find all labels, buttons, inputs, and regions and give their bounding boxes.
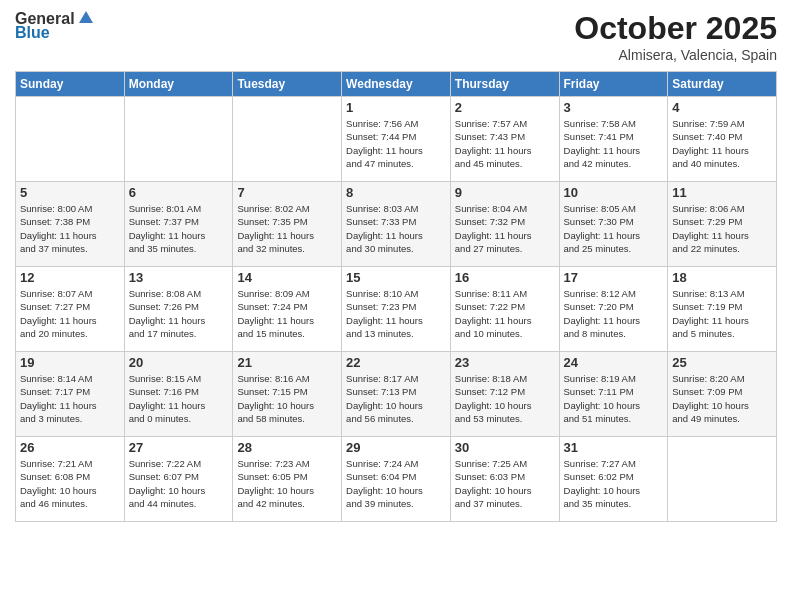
- day-number: 6: [129, 185, 229, 200]
- day-number: 2: [455, 100, 555, 115]
- table-row: 25Sunrise: 8:20 AMSunset: 7:09 PMDayligh…: [668, 352, 777, 437]
- weekday-header-row: Sunday Monday Tuesday Wednesday Thursday…: [16, 72, 777, 97]
- table-row: 2Sunrise: 7:57 AMSunset: 7:43 PMDaylight…: [450, 97, 559, 182]
- table-row: 4Sunrise: 7:59 AMSunset: 7:40 PMDaylight…: [668, 97, 777, 182]
- day-number: 29: [346, 440, 446, 455]
- week-row-1: 1Sunrise: 7:56 AMSunset: 7:44 PMDaylight…: [16, 97, 777, 182]
- table-row: [233, 97, 342, 182]
- day-number: 9: [455, 185, 555, 200]
- day-info: Sunrise: 7:25 AMSunset: 6:03 PMDaylight:…: [455, 457, 555, 510]
- table-row: 24Sunrise: 8:19 AMSunset: 7:11 PMDayligh…: [559, 352, 668, 437]
- table-row: 1Sunrise: 7:56 AMSunset: 7:44 PMDaylight…: [342, 97, 451, 182]
- table-row: 20Sunrise: 8:15 AMSunset: 7:16 PMDayligh…: [124, 352, 233, 437]
- table-row: 27Sunrise: 7:22 AMSunset: 6:07 PMDayligh…: [124, 437, 233, 522]
- table-row: 30Sunrise: 7:25 AMSunset: 6:03 PMDayligh…: [450, 437, 559, 522]
- month-title: October 2025: [574, 10, 777, 47]
- day-info: Sunrise: 7:59 AMSunset: 7:40 PMDaylight:…: [672, 117, 772, 170]
- day-info: Sunrise: 8:17 AMSunset: 7:13 PMDaylight:…: [346, 372, 446, 425]
- day-info: Sunrise: 8:02 AMSunset: 7:35 PMDaylight:…: [237, 202, 337, 255]
- table-row: [124, 97, 233, 182]
- day-number: 30: [455, 440, 555, 455]
- day-info: Sunrise: 8:06 AMSunset: 7:29 PMDaylight:…: [672, 202, 772, 255]
- day-info: Sunrise: 8:03 AMSunset: 7:33 PMDaylight:…: [346, 202, 446, 255]
- table-row: 6Sunrise: 8:01 AMSunset: 7:37 PMDaylight…: [124, 182, 233, 267]
- day-number: 14: [237, 270, 337, 285]
- table-row: 12Sunrise: 8:07 AMSunset: 7:27 PMDayligh…: [16, 267, 125, 352]
- day-info: Sunrise: 8:04 AMSunset: 7:32 PMDaylight:…: [455, 202, 555, 255]
- table-row: 19Sunrise: 8:14 AMSunset: 7:17 PMDayligh…: [16, 352, 125, 437]
- day-info: Sunrise: 7:27 AMSunset: 6:02 PMDaylight:…: [564, 457, 664, 510]
- title-block: October 2025 Almisera, Valencia, Spain: [574, 10, 777, 63]
- day-number: 15: [346, 270, 446, 285]
- day-info: Sunrise: 8:11 AMSunset: 7:22 PMDaylight:…: [455, 287, 555, 340]
- table-row: 23Sunrise: 8:18 AMSunset: 7:12 PMDayligh…: [450, 352, 559, 437]
- header-monday: Monday: [124, 72, 233, 97]
- table-row: 31Sunrise: 7:27 AMSunset: 6:02 PMDayligh…: [559, 437, 668, 522]
- day-number: 10: [564, 185, 664, 200]
- day-info: Sunrise: 7:22 AMSunset: 6:07 PMDaylight:…: [129, 457, 229, 510]
- table-row: 9Sunrise: 8:04 AMSunset: 7:32 PMDaylight…: [450, 182, 559, 267]
- table-row: [16, 97, 125, 182]
- day-info: Sunrise: 8:08 AMSunset: 7:26 PMDaylight:…: [129, 287, 229, 340]
- day-info: Sunrise: 7:57 AMSunset: 7:43 PMDaylight:…: [455, 117, 555, 170]
- table-row: 22Sunrise: 8:17 AMSunset: 7:13 PMDayligh…: [342, 352, 451, 437]
- table-row: 29Sunrise: 7:24 AMSunset: 6:04 PMDayligh…: [342, 437, 451, 522]
- day-info: Sunrise: 8:14 AMSunset: 7:17 PMDaylight:…: [20, 372, 120, 425]
- day-info: Sunrise: 8:00 AMSunset: 7:38 PMDaylight:…: [20, 202, 120, 255]
- table-row: 16Sunrise: 8:11 AMSunset: 7:22 PMDayligh…: [450, 267, 559, 352]
- day-info: Sunrise: 7:24 AMSunset: 6:04 PMDaylight:…: [346, 457, 446, 510]
- day-info: Sunrise: 8:20 AMSunset: 7:09 PMDaylight:…: [672, 372, 772, 425]
- day-number: 11: [672, 185, 772, 200]
- header-sunday: Sunday: [16, 72, 125, 97]
- svg-marker-0: [79, 11, 93, 23]
- table-row: 10Sunrise: 8:05 AMSunset: 7:30 PMDayligh…: [559, 182, 668, 267]
- day-number: 27: [129, 440, 229, 455]
- day-info: Sunrise: 8:05 AMSunset: 7:30 PMDaylight:…: [564, 202, 664, 255]
- table-row: 28Sunrise: 7:23 AMSunset: 6:05 PMDayligh…: [233, 437, 342, 522]
- day-info: Sunrise: 7:23 AMSunset: 6:05 PMDaylight:…: [237, 457, 337, 510]
- table-row: 13Sunrise: 8:08 AMSunset: 7:26 PMDayligh…: [124, 267, 233, 352]
- day-number: 18: [672, 270, 772, 285]
- week-row-4: 19Sunrise: 8:14 AMSunset: 7:17 PMDayligh…: [16, 352, 777, 437]
- day-info: Sunrise: 7:56 AMSunset: 7:44 PMDaylight:…: [346, 117, 446, 170]
- location-title: Almisera, Valencia, Spain: [574, 47, 777, 63]
- header: General Blue October 2025 Almisera, Vale…: [15, 10, 777, 63]
- day-info: Sunrise: 7:21 AMSunset: 6:08 PMDaylight:…: [20, 457, 120, 510]
- day-number: 5: [20, 185, 120, 200]
- day-info: Sunrise: 8:13 AMSunset: 7:19 PMDaylight:…: [672, 287, 772, 340]
- week-row-2: 5Sunrise: 8:00 AMSunset: 7:38 PMDaylight…: [16, 182, 777, 267]
- logo-blue: Blue: [15, 24, 50, 42]
- table-row: 8Sunrise: 8:03 AMSunset: 7:33 PMDaylight…: [342, 182, 451, 267]
- table-row: 21Sunrise: 8:16 AMSunset: 7:15 PMDayligh…: [233, 352, 342, 437]
- day-number: 21: [237, 355, 337, 370]
- day-number: 1: [346, 100, 446, 115]
- calendar: Sunday Monday Tuesday Wednesday Thursday…: [15, 71, 777, 522]
- table-row: 11Sunrise: 8:06 AMSunset: 7:29 PMDayligh…: [668, 182, 777, 267]
- day-number: 25: [672, 355, 772, 370]
- day-number: 7: [237, 185, 337, 200]
- day-info: Sunrise: 8:09 AMSunset: 7:24 PMDaylight:…: [237, 287, 337, 340]
- day-info: Sunrise: 8:19 AMSunset: 7:11 PMDaylight:…: [564, 372, 664, 425]
- week-row-3: 12Sunrise: 8:07 AMSunset: 7:27 PMDayligh…: [16, 267, 777, 352]
- table-row: 18Sunrise: 8:13 AMSunset: 7:19 PMDayligh…: [668, 267, 777, 352]
- day-info: Sunrise: 8:18 AMSunset: 7:12 PMDaylight:…: [455, 372, 555, 425]
- day-number: 23: [455, 355, 555, 370]
- table-row: 26Sunrise: 7:21 AMSunset: 6:08 PMDayligh…: [16, 437, 125, 522]
- header-thursday: Thursday: [450, 72, 559, 97]
- day-info: Sunrise: 8:15 AMSunset: 7:16 PMDaylight:…: [129, 372, 229, 425]
- day-number: 17: [564, 270, 664, 285]
- day-number: 8: [346, 185, 446, 200]
- logo-icon: [77, 9, 95, 27]
- day-number: 22: [346, 355, 446, 370]
- header-saturday: Saturday: [668, 72, 777, 97]
- day-number: 20: [129, 355, 229, 370]
- day-number: 31: [564, 440, 664, 455]
- table-row: 3Sunrise: 7:58 AMSunset: 7:41 PMDaylight…: [559, 97, 668, 182]
- day-info: Sunrise: 8:10 AMSunset: 7:23 PMDaylight:…: [346, 287, 446, 340]
- table-row: 5Sunrise: 8:00 AMSunset: 7:38 PMDaylight…: [16, 182, 125, 267]
- day-info: Sunrise: 7:58 AMSunset: 7:41 PMDaylight:…: [564, 117, 664, 170]
- day-number: 26: [20, 440, 120, 455]
- logo: General Blue: [15, 10, 95, 42]
- day-number: 3: [564, 100, 664, 115]
- table-row: 14Sunrise: 8:09 AMSunset: 7:24 PMDayligh…: [233, 267, 342, 352]
